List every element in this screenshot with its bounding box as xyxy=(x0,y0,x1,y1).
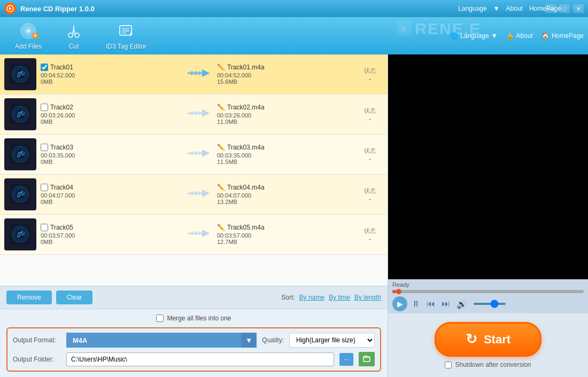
progress-bar[interactable] xyxy=(392,290,584,293)
track-name: Track04 xyxy=(50,184,73,191)
nav-cut[interactable]: Cut xyxy=(52,17,95,54)
maximize-button[interactable]: □ xyxy=(559,4,570,13)
top-nav: + Add Files Cut ID xyxy=(0,17,588,54)
quality-select[interactable]: High(Larger file size) Medium Low(Smalle… xyxy=(289,333,375,348)
track-thumbnail xyxy=(4,218,36,250)
title-bar: Renee CD Ripper 1.0.0 Language ▼ About H… xyxy=(0,0,588,17)
volume-slider[interactable] xyxy=(474,303,506,305)
track-row[interactable]: Track01 00:04:52.000 0MB ✏️ Track01.m4a … xyxy=(0,54,388,95)
output-edit-icon: ✏️ xyxy=(217,104,225,111)
svg-rect-60 xyxy=(195,231,197,235)
convert-arrow-icon xyxy=(187,186,211,203)
sort-by-name-btn[interactable]: By name xyxy=(299,294,324,301)
about-item[interactable]: 🔒 About xyxy=(506,32,533,40)
lang-arrow-icon: ▼ xyxy=(491,32,498,40)
output-name: Track01.m4a xyxy=(227,64,265,71)
homepage-item[interactable]: 🏠 HomePage xyxy=(541,32,584,40)
track-thumbnail xyxy=(4,178,36,210)
status-label: 状态 xyxy=(357,187,383,195)
output-info: ✏️ Track05.m4a 00:03:57.000 12.7MB xyxy=(217,224,357,245)
format-row-inner: M4A ▼ xyxy=(66,333,257,348)
prev-button[interactable]: ⏮ xyxy=(424,298,437,310)
right-panel: Ready ▶ ⏸ ⏮ ⏭ 🔊 ↻ Start Shutdown a xyxy=(388,54,588,377)
sort-area: Sort: By name By time By length xyxy=(281,294,381,301)
track-checkbox[interactable] xyxy=(41,144,48,151)
svg-rect-26 xyxy=(202,71,204,75)
output-edit-icon: ✏️ xyxy=(217,224,225,231)
folder-browse-button[interactable]: ··· xyxy=(339,353,353,366)
track-info: Track05 00:03:57.000 0MB xyxy=(41,224,180,245)
track-list[interactable]: Track01 00:04:52.000 0MB ✏️ Track01.m4a … xyxy=(0,54,388,286)
status-label: 状态 xyxy=(357,147,383,155)
about-btn[interactable]: About xyxy=(506,5,523,12)
app-logo xyxy=(4,3,16,14)
sort-by-length-btn[interactable]: By length xyxy=(354,294,381,301)
output-size: 12.7MB xyxy=(217,239,357,245)
svg-rect-51 xyxy=(195,191,197,195)
status-value: - xyxy=(369,195,371,202)
svg-rect-35 xyxy=(202,111,204,115)
svg-rect-61 xyxy=(198,231,200,235)
bottom-controls: Remove Clear Sort: By name By time By le… xyxy=(0,286,388,309)
start-refresh-icon: ↻ xyxy=(466,331,477,348)
folder-path-input[interactable] xyxy=(66,352,334,366)
svg-rect-43 xyxy=(198,151,200,155)
track-duration: 00:03:57.000 xyxy=(41,232,180,239)
track-size: 0MB xyxy=(41,78,180,85)
status-col: 状态 - xyxy=(357,227,383,242)
status-label: 状态 xyxy=(357,227,383,235)
status-value: - xyxy=(369,155,371,162)
track-checkbox[interactable] xyxy=(41,104,48,111)
track-row[interactable]: Track04 00:04:07.000 0MB ✏️ Track04.m4a … xyxy=(0,175,388,215)
track-size: 0MB xyxy=(41,239,180,245)
track-checkbox[interactable] xyxy=(41,64,48,71)
volume-button[interactable]: 🔊 xyxy=(454,298,469,310)
status-value: - xyxy=(369,75,371,82)
svg-rect-32 xyxy=(191,111,193,115)
track-row[interactable]: Track02 00:03:26.000 0MB ✏️ Track02.m4a … xyxy=(0,95,388,135)
track-checkbox[interactable] xyxy=(41,184,48,191)
convert-arrow-icon xyxy=(187,66,211,83)
svg-rect-41 xyxy=(191,151,193,155)
folder-open-button[interactable] xyxy=(359,352,375,366)
quality-label: Quality: xyxy=(262,336,284,344)
shutdown-row: Shutdown after conversion xyxy=(445,361,531,368)
output-edit-icon: ✏️ xyxy=(217,64,225,71)
nav-add-files[interactable]: + Add Files xyxy=(4,17,52,54)
ready-text: Ready xyxy=(392,281,584,288)
language-btn[interactable]: Language xyxy=(458,5,486,12)
output-size: 11.0MB xyxy=(217,119,357,125)
svg-rect-42 xyxy=(195,151,197,155)
nav-id3[interactable]: ID3 Tag Editor xyxy=(95,17,157,54)
track-checkbox[interactable] xyxy=(41,224,48,231)
svg-line-10 xyxy=(74,29,75,34)
minimize-button[interactable]: — xyxy=(545,4,556,13)
track-row[interactable]: Track03 00:03:35.000 0MB ✏️ Track03.m4a … xyxy=(0,135,388,175)
shutdown-checkbox[interactable] xyxy=(445,362,452,368)
track-row[interactable]: Track05 00:03:57.000 0MB ✏️ Track05.m4a … xyxy=(0,215,388,255)
progress-thumb[interactable] xyxy=(396,289,401,294)
track-duration: 00:03:35.000 xyxy=(41,152,180,159)
track-info: Track02 00:03:26.000 0MB xyxy=(41,104,180,125)
track-info: Track03 00:03:35.000 0MB xyxy=(41,144,180,165)
svg-rect-34 xyxy=(198,111,200,115)
remove-button[interactable]: Remove xyxy=(6,290,52,304)
start-button[interactable]: ↻ Start xyxy=(435,322,541,357)
track-name: Track02 xyxy=(50,104,73,111)
output-name: Track04.m4a xyxy=(227,184,265,191)
next-button[interactable]: ⏭ xyxy=(439,298,452,310)
status-col: 状态 - xyxy=(357,147,383,162)
close-button[interactable]: ✕ xyxy=(573,4,584,13)
svg-rect-24 xyxy=(195,71,197,75)
format-dropdown-button[interactable]: ▼ xyxy=(241,333,257,348)
pause-button[interactable]: ⏸ xyxy=(409,298,422,310)
lang-item[interactable]: 🌐 Language ▼ xyxy=(450,32,497,40)
output-name: Track02.m4a xyxy=(227,104,265,111)
sort-by-time-btn[interactable]: By time xyxy=(329,294,350,301)
merge-checkbox[interactable] xyxy=(156,315,164,322)
lang-dropdown-icon[interactable]: ▼ xyxy=(493,5,500,12)
play-button[interactable]: ▶ xyxy=(392,296,407,311)
output-format-wrapper: Output Format: M4A ▼ Quality: High(Large… xyxy=(6,327,381,372)
clear-button[interactable]: Clear xyxy=(56,290,93,304)
output-folder-line: Output Folder: ··· xyxy=(13,352,375,366)
